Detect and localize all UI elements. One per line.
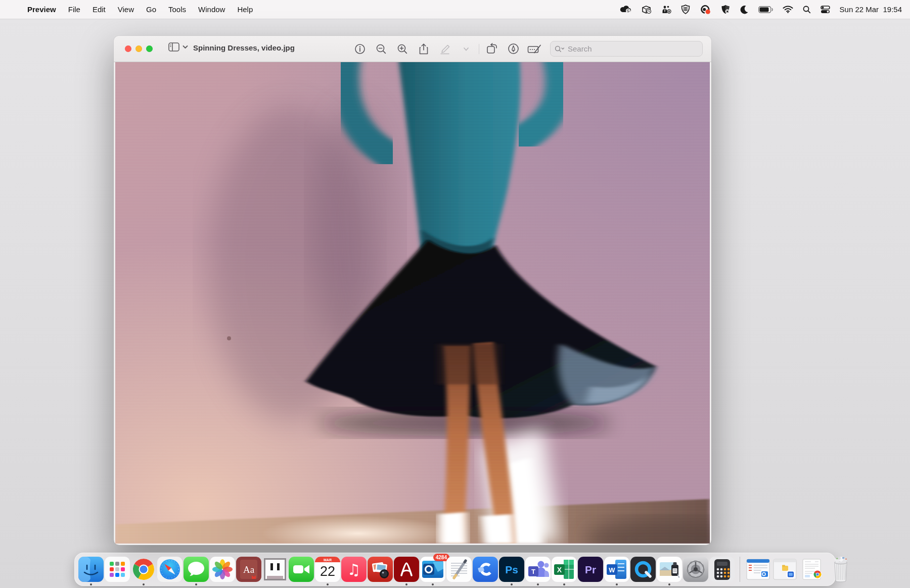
zoom-out-button[interactable] [372,41,390,57]
photo-canvas[interactable] [115,62,710,544]
minimized-folder-window[interactable] [773,559,797,580]
shield-grid-icon[interactable] [681,5,690,14]
menu-bar-status: T Sun 22 Mar 19:54 [620,5,910,14]
menu-bar: Preview FileEditViewGoToolsWindowHelp T … [0,0,910,19]
menu-edit[interactable]: Edit [86,5,112,14]
dock-finder-icon[interactable] [78,557,104,582]
menu-view[interactable]: View [112,5,140,14]
dock-photos-icon[interactable] [210,557,235,582]
zoom-button[interactable] [146,45,153,52]
svg-text:W: W [609,566,615,574]
markup-pen-button[interactable] [504,41,522,57]
svg-text:Aa: Aa [243,564,255,575]
dock-calendar-icon[interactable]: MAR22 [315,557,340,582]
svg-text:♫: ♫ [347,561,361,578]
dock-facetime-icon[interactable] [289,557,314,582]
svg-text:22: 22 [320,564,335,579]
dock-excel-icon[interactable]: X [552,557,577,582]
svg-text:MAR: MAR [324,558,332,562]
running-indicator [432,583,434,585]
running-indicator [195,583,197,585]
spotlight-icon[interactable] [803,6,811,14]
dock-teams-icon[interactable]: T [525,557,551,582]
search-field[interactable] [550,41,703,57]
status-icons: T [620,5,830,14]
dock-premiere-icon[interactable]: Pr [578,557,603,582]
running-indicator [327,583,329,585]
sidebar-toggle-button[interactable] [168,42,188,52]
focus-moon-icon[interactable] [740,5,749,14]
menu-tools[interactable]: Tools [162,5,192,14]
window-titlebar[interactable]: Spinning Dresses, video.jpg [114,36,711,62]
minimized-document-window[interactable] [800,559,824,580]
running-indicator [511,583,513,585]
running-indicator [616,583,618,585]
menu-items: FileEditViewGoToolsWindowHelp [62,5,259,14]
dock-dictionary-icon[interactable]: Aa [236,557,261,582]
close-button[interactable] [125,45,131,52]
dock-music-icon[interactable]: ♫ [341,557,367,582]
form-fill-button[interactable] [525,41,543,57]
window-toolbar [349,36,711,62]
battery-icon[interactable] [758,6,773,13]
chevron-down-icon [183,45,188,49]
package-sync-icon[interactable] [642,5,652,14]
menu-go[interactable]: Go [140,5,162,14]
search-icon [555,45,565,53]
dock-acrobat-icon[interactable] [394,557,419,582]
menu-help[interactable]: Help [231,5,259,14]
dock-photoshop-icon[interactable]: Ps [499,557,524,582]
minimized-outlook-window[interactable] [746,559,770,580]
window-title: Spinning Dresses, video.jpg [193,43,295,52]
info-button[interactable] [351,41,369,57]
running-indicator [537,583,539,585]
dock-separator [740,557,740,582]
dock: AaMAR22♫4284PsTXPrW [74,553,836,586]
dock-textedit-icon[interactable] [446,557,472,582]
svg-text:T: T [664,9,666,13]
dock-photo-booth-icon[interactable] [368,557,393,582]
input-source-icon[interactable]: T [661,5,671,14]
menu-bar-clock[interactable]: Sun 22 Mar 19:54 [840,5,902,14]
menu-bar-left: Preview FileEditViewGoToolsWindowHelp [0,5,259,14]
dock-safari-icon[interactable] [157,557,183,582]
control-center-icon[interactable] [821,6,830,14]
search-input[interactable] [567,44,685,54]
sidebar-icon [168,42,179,52]
zoom-in-button[interactable] [393,41,412,57]
running-indicator [563,583,565,585]
toolbar-separator [479,44,479,54]
shield-block-icon[interactable] [721,5,730,14]
share-button[interactable] [415,41,433,57]
dock-outlook-icon[interactable]: 4284 [420,557,445,582]
dock-settings-icon[interactable] [683,557,708,582]
app-menu-preview[interactable]: Preview [21,5,62,14]
screen-record-icon[interactable] [700,5,711,14]
dock-word-icon[interactable]: W [604,557,629,582]
rotate-left-button[interactable] [483,41,501,57]
menu-window[interactable]: Window [192,5,231,14]
running-indicator [90,583,92,585]
dock-chrome-icon[interactable] [131,557,156,582]
dock-messages-icon[interactable] [184,557,209,582]
svg-text:X: X [557,566,562,574]
dock-deepl-icon[interactable] [473,557,498,582]
dock-quicktime-icon[interactable] [630,557,656,582]
running-indicator [143,583,145,585]
dock-pixel-app-icon[interactable] [262,557,288,582]
wifi-icon[interactable] [783,6,793,13]
dock-calculator-icon[interactable] [709,557,735,582]
svg-text:Ps: Ps [505,564,518,575]
dock-launchpad-icon[interactable] [105,557,130,582]
markup-chevron-button[interactable] [457,41,475,57]
minimize-button[interactable] [135,45,142,52]
cloud-sync-icon[interactable] [620,5,632,14]
dock-preview-icon[interactable] [657,557,682,582]
spinning-dancer-photo [115,62,710,544]
menu-file[interactable]: File [62,5,86,14]
markup-pencil-button[interactable] [436,41,454,57]
running-indicator [405,583,407,585]
trash-icon[interactable] [828,556,853,583]
running-indicator [668,583,670,585]
svg-text:T: T [531,568,535,575]
